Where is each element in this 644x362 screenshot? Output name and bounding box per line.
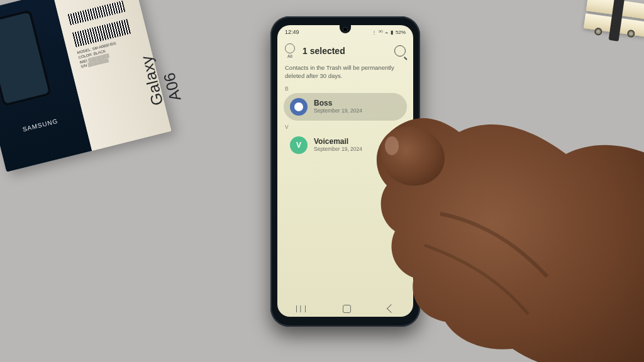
contact-date: September 19, 2024 [314,108,362,114]
status-bar: 12:49 ⋮ ⁵ᴳ ⫠ ▮ 52% [277,25,413,39]
contact-row-boss[interactable]: Boss September 19, 2024 [284,93,407,121]
unchecked-circle-icon [285,43,295,53]
select-all-button[interactable]: All [285,43,295,58]
selection-header: All 1 selected [277,40,413,62]
wooden-clamp-prop [580,0,644,60]
home-icon[interactable] [343,305,351,313]
phone-screen: 12:49 ⋮ ⁵ᴳ ⫠ ▮ 52% All 1 selected Contac… [277,25,413,317]
status-battery: 52% [396,30,406,35]
scene: SAMSUNG Galaxy A06 MODEL: SM-A065F/DSCOL… [0,0,644,362]
section-header-b: B [285,85,289,92]
status-time: 12:49 [285,29,299,35]
contact-row-voicemail[interactable]: V Voicemail September 19, 2024 [284,131,407,159]
trash-info-text: Contacts in the Trash will be permanentl… [285,64,406,80]
selection-count-title: 1 selected [303,46,389,56]
android-nav-bar [277,300,413,317]
select-all-label: All [287,54,292,58]
checked-avatar-icon [290,98,308,116]
contact-name: Boss [314,99,362,108]
contact-name: Voicemail [314,138,362,146]
status-icons: ⋮ ⁵ᴳ ⫠ ▮ [372,30,393,35]
product-box: SAMSUNG Galaxy A06 MODEL: SM-A065F/DSCOL… [0,0,171,172]
recents-icon[interactable] [296,305,306,312]
contact-date: September 19, 2024 [314,146,362,153]
search-icon[interactable] [394,45,406,57]
phone-frame: 12:49 ⋮ ⁵ᴳ ⫠ ▮ 52% All 1 selected Contac… [270,16,420,327]
back-icon[interactable] [387,304,396,313]
avatar-icon: V [290,136,308,154]
section-header-v: V [285,124,289,130]
